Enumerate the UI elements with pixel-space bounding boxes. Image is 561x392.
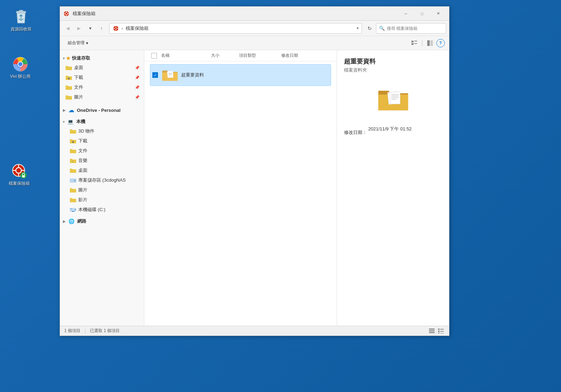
sidebar-comp-downloads-label: 下載 (78, 138, 87, 144)
svg-rect-1 (19, 10, 23, 12)
table-row[interactable]: ✓ (150, 64, 331, 86)
sidebar-item-videos[interactable]: 影片 (60, 195, 144, 205)
sidebar-item-nas[interactable]: 專案儲存區 (3cdogNAS (60, 175, 144, 185)
toolbar: 組合管理 ▾ | (60, 36, 449, 50)
help-button[interactable]: ? (436, 39, 445, 47)
checkbox-checked: ✓ (152, 72, 158, 78)
back-button[interactable]: ◀ (63, 23, 73, 33)
checkbox-unchecked (151, 53, 157, 59)
title-bar-icon (63, 10, 70, 17)
address-bar[interactable]: › 檔案保險箱 ▾ (109, 23, 362, 34)
sidebar-item-3d[interactable]: 3D 物件 (60, 126, 144, 136)
sidebar-nas-label: 專案儲存區 (3cdogNAS (78, 177, 126, 183)
folder-icon (66, 84, 72, 90)
sidebar-item-downloads[interactable]: 下載 📌 (60, 73, 144, 82)
close-button[interactable]: ✕ (430, 8, 446, 19)
nav-bar: ◀ ▶ ▾ ↑ › 檔案保險箱 ▾ ↻ (60, 21, 449, 36)
sidebar: ▾ ★ 快速存取 桌面 📌 (60, 50, 144, 326)
dropdown-button[interactable]: ▾ (85, 23, 95, 33)
recycle-bin-icon (13, 8, 29, 25)
folder-icon (66, 65, 72, 71)
svg-rect-41 (168, 71, 173, 77)
search-input[interactable] (387, 26, 443, 31)
sidebar-downloads-label: 下載 (74, 74, 83, 81)
folder-icon (70, 138, 76, 144)
sidebar-item-comp-downloads[interactable]: 下載 (60, 136, 144, 146)
svg-rect-30 (414, 43, 417, 44)
folder-icon (70, 128, 76, 134)
refresh-button[interactable]: ↻ (365, 23, 375, 33)
col-header-type[interactable]: 項目類型 (236, 53, 278, 59)
organize-button[interactable]: 組合管理 ▾ (64, 38, 92, 48)
sidebar-section-network[interactable]: ▶ 🌐 網路 (60, 216, 144, 226)
view-options-button[interactable] (409, 38, 419, 48)
col-header-date[interactable]: 修改日期 (278, 53, 331, 59)
search-bar[interactable]: 🔍 (376, 23, 446, 34)
address-bar-text: 檔案保險箱 (126, 25, 355, 32)
list-view-button[interactable] (428, 327, 436, 335)
sidebar-3d-label: 3D 物件 (78, 128, 94, 134)
desktop-icon-vault[interactable]: 檔案保險箱 (5, 161, 33, 188)
detail-view-button[interactable] (437, 327, 445, 335)
svg-point-38 (75, 209, 76, 210)
sidebar-item-comp-documents[interactable]: 文件 (60, 146, 144, 156)
folder-icon (70, 187, 76, 193)
maximize-button[interactable]: □ (414, 8, 430, 19)
sidebar-pictures-label: 圖片 (74, 94, 83, 100)
status-count: 1 個項目 (64, 328, 80, 334)
minimize-button[interactable]: ─ (398, 8, 414, 19)
svg-rect-58 (440, 329, 444, 330)
status-bar: 1 個項目 | 已選取 1 個項目 (60, 326, 449, 336)
svg-point-5 (18, 62, 22, 66)
chrome-label: Vivi 辦公用 (8, 74, 33, 80)
svg-rect-57 (438, 333, 440, 333)
svg-rect-28 (414, 41, 417, 41)
desktop-icon-chrome[interactable]: Vivi 辦公用 (6, 54, 34, 81)
title-bar: 檔案保險箱 ─ □ ✕ (60, 7, 449, 21)
forward-button[interactable]: ▶ (74, 23, 84, 33)
sidebar-item-pictures[interactable]: 圖片 📌 (60, 92, 144, 102)
up-button[interactable]: ↑ (97, 23, 106, 33)
pin-icon: 📌 (135, 66, 140, 70)
svg-rect-59 (440, 331, 444, 332)
sidebar-videos-label: 影片 (78, 197, 87, 203)
sidebar-item-comp-desktop[interactable]: 桌面 (60, 165, 144, 175)
desktop: 資源回收筒 Vivi 辦公用 (0, 0, 561, 392)
header-checkbox[interactable] (150, 53, 158, 59)
sidebar-item-documents[interactable]: 文件 📌 (60, 82, 144, 92)
svg-rect-47 (390, 92, 400, 104)
col-header-size[interactable]: 大小 (208, 53, 236, 59)
svg-rect-54 (429, 332, 435, 333)
sidebar-desktop-label: 桌面 (74, 65, 83, 71)
sidebar-item-music[interactable]: ♫ 音樂 (60, 156, 144, 165)
network-label: 網路 (77, 218, 86, 224)
status-separator: | (85, 329, 86, 333)
sidebar-section-quick-access[interactable]: ▾ ★ 快速存取 (60, 53, 144, 63)
recycle-bin-label: 資源回收筒 (8, 27, 34, 32)
organize-label: 組合管理 (68, 40, 85, 46)
sidebar-item-comp-pictures[interactable]: 圖片 (60, 185, 144, 195)
desktop-icon-recycle-bin[interactable]: 資源回收筒 (7, 7, 35, 34)
sidebar-item-cdrive[interactable]: 本機磁碟 (C:) (60, 205, 144, 215)
file-area: 名稱 大小 項目類型 修改日期 ✓ (144, 50, 337, 326)
folder-icon: ♫ (70, 157, 76, 164)
search-icon: 🔍 (379, 26, 385, 31)
col-header-name[interactable]: 名稱 (158, 53, 208, 59)
preview-folder-icon (344, 84, 442, 115)
sidebar-section-onedrive[interactable]: ▶ ☁ OneDrive - Personal (60, 105, 144, 115)
svg-rect-60 (440, 333, 444, 333)
column-headers: 名稱 大小 項目類型 修改日期 (144, 50, 337, 61)
svg-rect-39 (72, 211, 74, 212)
folder-icon (70, 197, 76, 203)
sidebar-cdrive-label: 本機磁碟 (C:) (78, 207, 105, 213)
item-checkbox[interactable]: ✓ (152, 72, 159, 79)
pin-icon: 📌 (135, 75, 140, 80)
folder-icon (66, 94, 72, 100)
preview-panel: 超重要資料 檔案資料夾 (337, 50, 449, 326)
sidebar-section-computer[interactable]: ▾ 💻 本機 (60, 116, 144, 126)
sidebar-item-desktop[interactable]: 桌面 📌 (60, 63, 144, 73)
pane-view-button[interactable] (425, 38, 435, 48)
svg-rect-14 (22, 175, 25, 177)
quick-access-label: 快速存取 (72, 55, 90, 61)
sidebar-comp-desktop-label: 桌面 (78, 167, 87, 174)
